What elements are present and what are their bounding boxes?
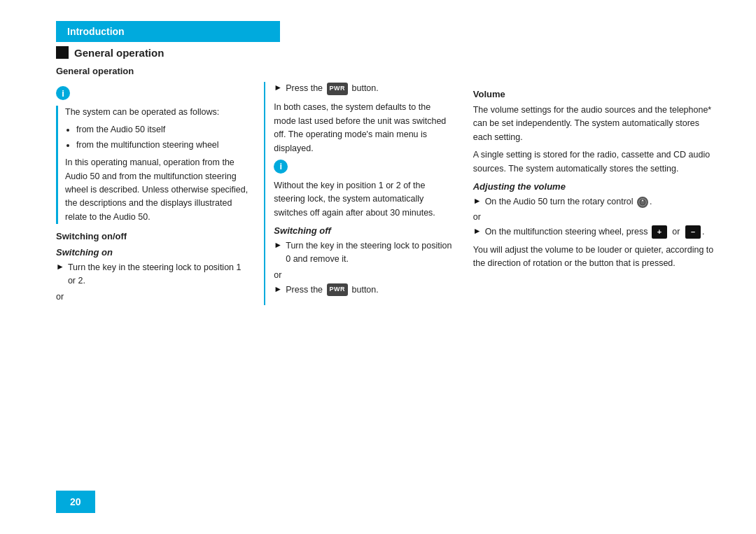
switch-off-pre: Press the [286, 285, 323, 295]
arrow-sym-right1: ► [473, 196, 482, 206]
header-tab: Introduction [56, 21, 280, 42]
info-icon-left: i [56, 86, 70, 100]
arrow-sym-mid1: ► [274, 83, 282, 92]
content-area: i The system can be operated as follows:… [56, 82, 714, 305]
mid-info-para: In both cases, the system defaults to th… [274, 101, 451, 155]
pwr-arrow-text: Press the PWR button. [286, 82, 452, 95]
or-text-right: or [473, 212, 714, 222]
arrow-sym-mid3: ► [274, 284, 282, 294]
page-container: Introduction General operation General o… [0, 0, 756, 534]
header-tab-label: Introduction [67, 26, 125, 37]
switching-onoff-title: Switching on/off [56, 231, 250, 241]
volume-title: Volume [473, 89, 714, 99]
col-right: Volume The volume settings for the audio… [466, 82, 714, 305]
pwr-arrow-item: ► Press the PWR button. [274, 82, 451, 95]
or-mid: or [672, 227, 680, 237]
switch-off-arrow2: ► Press the PWR button. [274, 283, 451, 297]
info-icon-block-mid: i [274, 160, 451, 174]
pwr-suf-text: button. [352, 83, 379, 93]
switch-off-suf: button. [352, 285, 379, 295]
or-text-left: or [56, 292, 250, 302]
adj-arrow1: ► On the Audio 50 turn the rotary contro… [473, 195, 714, 209]
switch-off-text2: Press the PWR button. [286, 283, 452, 297]
svg-point-1 [642, 199, 643, 201]
mid-info2-para: Without the key in position 1 or 2 of th… [274, 179, 451, 220]
info-icon-mid: i [274, 160, 288, 174]
adj-text2: On the multifunction steering wheel, pre… [485, 225, 714, 239]
adj-text1: On the Audio 50 turn the rotary control … [485, 195, 714, 209]
adj-volume-italic: Adjusting the volume [473, 181, 714, 192]
switching-on-italic: Switching on [56, 247, 250, 258]
plus-button: + [652, 225, 667, 239]
switch-on-arrow: ► Turn the key in the steering lock to p… [56, 261, 250, 288]
pwr-button-icon: PWR [327, 83, 349, 95]
adj-para: You will adjust the volume to be louder … [473, 244, 714, 271]
switch-off-arrow1: ► Turn the key in the steering lock to p… [274, 239, 451, 267]
black-box-icon [56, 46, 69, 59]
or-text-mid: or [274, 270, 451, 280]
switching-off-italic: Switching off [274, 225, 451, 236]
arrow-sym-1: ► [56, 262, 64, 272]
description-para: In this operating manual, operation from… [65, 156, 250, 224]
minus-button: – [685, 225, 701, 239]
page-number: 20 [56, 491, 95, 513]
volume-para1: The volume settings for the audio source… [473, 104, 714, 144]
pwr-button-icon2: PWR [327, 283, 349, 296]
arrow-sym-mid2: ► [274, 240, 282, 250]
arrow-sym-right2: ► [473, 226, 482, 236]
footer-area: 20 [56, 491, 95, 513]
section-main-title: General operation [74, 47, 164, 59]
intro-para: The system can be operated as follows: [65, 106, 250, 119]
switch-off-text1: Turn the key in the steering lock to pos… [286, 239, 452, 267]
adj-pre1: On the Audio 50 turn the rotary control [485, 197, 634, 206]
rotary-icon [637, 197, 648, 208]
info-icon-block-left: i [56, 86, 250, 100]
volume-para2: A single setting is stored for the radio… [473, 148, 714, 176]
adj-pre2: On the multifunction steering wheel, pre… [485, 227, 648, 237]
adj-arrow2: ► On the multifunction steering wheel, p… [473, 225, 714, 239]
pwr-pre-text: Press the [286, 83, 323, 93]
bullet-list: from the Audio 50 itself from the multif… [76, 123, 250, 152]
switch-on-text: Turn the key in the steering lock to pos… [68, 261, 250, 288]
left-col-inner: The system can be operated as follows: f… [56, 106, 250, 224]
bullet-item-2: from the multifunction steering wheel [76, 139, 250, 152]
bullet-item-1: from the Audio 50 itself [76, 123, 250, 136]
col-mid: ► Press the PWR button. In both cases, t… [264, 82, 465, 305]
col-left: i The system can be operated as follows:… [56, 82, 264, 305]
subsection-title: General operation [56, 66, 714, 76]
section-title-bar: General operation [56, 46, 714, 59]
